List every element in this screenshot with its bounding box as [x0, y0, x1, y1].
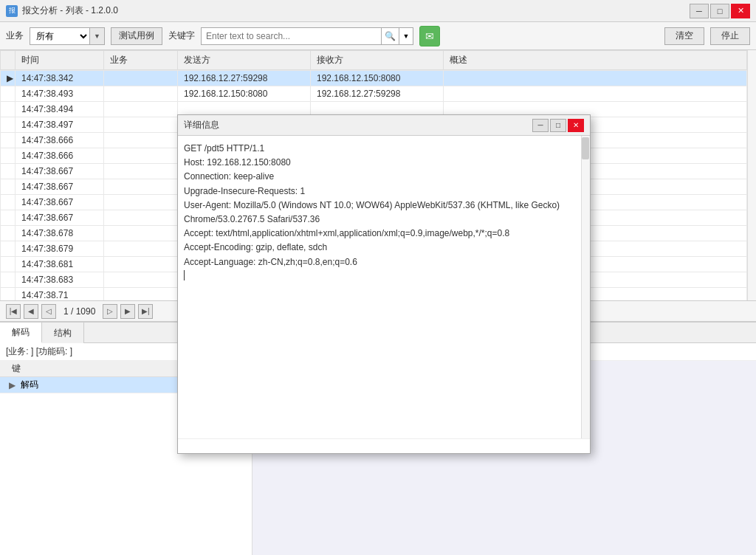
dialog-line: Connection: keep-alive	[184, 170, 575, 184]
row-expander[interactable]	[1, 288, 16, 301]
dialog-line: Upgrade-Insecure-Requests: 1	[184, 185, 575, 199]
search-button[interactable]: 🔍	[381, 27, 399, 45]
service-select[interactable]: 所有	[30, 28, 89, 44]
cell-time: 14:47:38.667	[16, 164, 104, 179]
cell-time: 14:47:38.494	[16, 102, 104, 117]
cell-time: 14:47:38.678	[16, 226, 104, 241]
row-expander[interactable]	[1, 179, 16, 195]
col-sender[interactable]: 发送方	[178, 51, 311, 70]
tab-decode[interactable]: 解码	[0, 323, 42, 343]
dialog-minimize-btn[interactable]: ─	[532, 119, 549, 132]
col-time[interactable]: 时间	[16, 51, 104, 70]
toolbar: 业务 所有 ▼ 测试用例 关键字 🔍 ▼ ✉ 清空 停止	[0, 22, 756, 50]
cell-service	[104, 226, 178, 241]
test-case-button[interactable]: 测试用例	[111, 27, 162, 45]
first-page-btn[interactable]: |◀	[6, 304, 21, 319]
row-expander[interactable]	[1, 226, 16, 241]
clear-button[interactable]: 清空	[664, 27, 704, 45]
row-expander[interactable]	[1, 257, 16, 272]
cell-time: 14:47:38.493	[16, 86, 104, 102]
dialog-cursor-line	[178, 438, 590, 453]
app-icon: 报	[6, 5, 18, 17]
title-bar: 报 报文分析 - 列表 - 1.2.0.0 ─ □ ✕	[0, 0, 756, 22]
minimize-button[interactable]: ─	[690, 4, 709, 18]
cell-service	[104, 102, 178, 117]
cell-service	[104, 179, 178, 195]
last-page-btn[interactable]: ▶|	[138, 304, 153, 319]
cell-service	[104, 164, 178, 179]
row-expander[interactable]	[1, 164, 16, 179]
search-wrapper: 🔍 ▼	[201, 27, 413, 45]
dialog-maximize-btn[interactable]: □	[550, 119, 566, 132]
dialog-close-btn[interactable]: ✕	[568, 119, 584, 132]
cell-service	[104, 257, 178, 272]
row-expander[interactable]	[1, 148, 16, 164]
cell-time: 14:47:38.667	[16, 195, 104, 210]
next-btn[interactable]: ▷	[103, 304, 117, 319]
cell-time: 14:47:38.679	[16, 241, 104, 257]
app-title: 报文分析 - 列表 - 1.2.0.0	[22, 4, 118, 17]
close-button[interactable]: ✕	[731, 4, 750, 18]
dialog-line: Host: 192.168.12.150:8080	[184, 156, 575, 170]
row-expander[interactable]: ▶	[1, 71, 16, 86]
cell-time: 14:47:38.497	[16, 117, 104, 133]
cell-time: 14:47:38.681	[16, 257, 104, 272]
row-expander[interactable]	[1, 133, 16, 148]
cell-time: 14:47:38.666	[16, 133, 104, 148]
cell-sender: 192.168.12.27:59298	[178, 71, 311, 86]
cell-time: 14:47:38.71	[16, 288, 104, 301]
row-expander[interactable]	[1, 195, 16, 210]
col-desc[interactable]: 概述	[444, 51, 747, 70]
row-expander[interactable]	[1, 210, 16, 226]
cell-service	[104, 148, 178, 164]
col-expander	[1, 51, 16, 70]
cell-service	[104, 133, 178, 148]
next-page-btn[interactable]: ▶	[120, 304, 135, 319]
maximize-button[interactable]: □	[710, 4, 729, 18]
row-expander[interactable]	[1, 86, 16, 102]
row-expander[interactable]	[1, 102, 16, 117]
service-label: 业务	[6, 30, 24, 42]
col-receiver[interactable]: 接收方	[311, 51, 444, 70]
detail-dialog[interactable]: 详细信息 ─ □ ✕ GET /pdt5 HTTP/1.1Host: 192.1…	[177, 114, 591, 454]
keyword-label: 关键字	[168, 30, 195, 42]
row-expander[interactable]	[1, 272, 16, 288]
cell-time: 14:47:38.667	[16, 179, 104, 195]
tab-structure[interactable]: 结构	[42, 323, 84, 343]
cell-service	[104, 117, 178, 133]
search-input[interactable]	[201, 27, 381, 45]
dialog-line: Accept-Language: zh-CN,zh;q=0.8,en;q=0.6	[184, 255, 575, 269]
cell-service	[104, 195, 178, 210]
green-action-button[interactable]: ✉	[419, 26, 440, 46]
cell-desc	[444, 86, 747, 102]
data-table-header: 时间 业务 发送方 接收方 概述	[0, 50, 747, 70]
search-dropdown-btn[interactable]: ▼	[399, 27, 413, 45]
table-row[interactable]: 14:47:38.493 192.168.12.150:8080 192.168…	[1, 86, 747, 102]
cell-service	[104, 210, 178, 226]
key-column-header: 键	[6, 362, 27, 375]
prev-page-btn[interactable]: ◀	[24, 304, 38, 319]
dialog-line: User-Agent: Mozilla/5.0 (Windows NT 10.0…	[184, 199, 575, 227]
service-dropdown-btn[interactable]: ▼	[89, 28, 104, 44]
cell-service	[104, 288, 178, 301]
col-service[interactable]: 业务	[104, 51, 178, 70]
cell-sender: 192.168.12.150:8080	[178, 86, 311, 102]
row-expander[interactable]	[1, 117, 16, 133]
row-expander-icon[interactable]: ▶	[3, 380, 15, 390]
window-controls: ─ □ ✕	[690, 4, 750, 18]
table-row[interactable]: ▶ 14:47:38.342 192.168.12.27:59298 192.1…	[1, 71, 747, 86]
dialog-scrollbar[interactable]	[581, 136, 590, 438]
prev-btn[interactable]: ◁	[41, 304, 56, 319]
table-scrollbar[interactable]	[747, 50, 756, 300]
service-select-wrapper[interactable]: 所有 ▼	[30, 27, 105, 45]
dialog-scrollbar-thumb[interactable]	[582, 137, 589, 159]
cell-time: 14:47:38.666	[16, 148, 104, 164]
cell-service	[104, 71, 178, 86]
dialog-controls: ─ □ ✕	[532, 119, 584, 132]
dialog-line: GET /pdt5 HTTP/1.1	[184, 142, 575, 156]
dialog-content: GET /pdt5 HTTP/1.1Host: 192.168.12.150:8…	[178, 136, 590, 287]
row-expander[interactable]	[1, 241, 16, 257]
stop-button[interactable]: 停止	[710, 27, 750, 45]
dialog-line: Accept-Encoding: gzip, deflate, sdch	[184, 241, 575, 255]
dialog-title: 详细信息	[184, 119, 219, 131]
